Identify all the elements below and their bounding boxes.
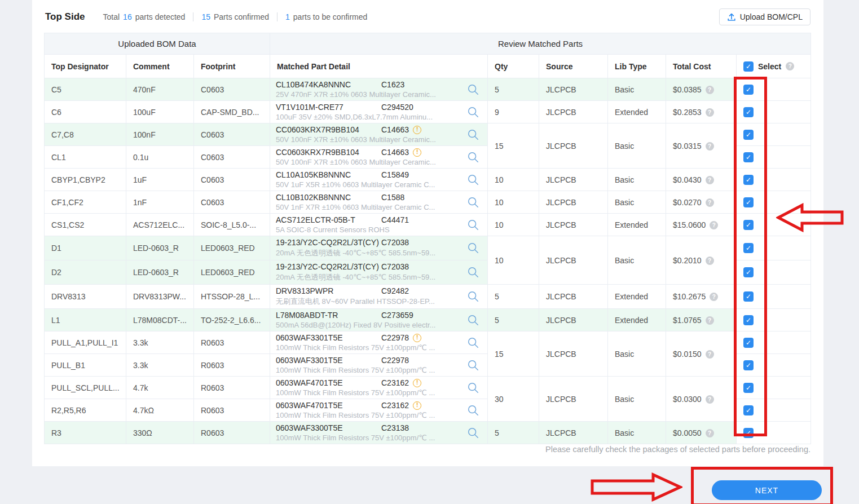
qty: 15 xyxy=(495,350,504,359)
lib-type: Extended xyxy=(615,316,648,325)
bom-table: Uploaded BOM Data Review Matched Parts T… xyxy=(44,33,811,444)
part-description: 5A SOIC-8 Current Sensors ROHS xyxy=(276,226,409,234)
stat-number: 15 xyxy=(201,12,210,21)
part-number: 0603WAF4701T5E xyxy=(276,401,381,410)
part-code: C44471 xyxy=(381,215,409,224)
part-number: CL10B102KB8NNNC xyxy=(276,193,381,202)
upload-icon xyxy=(727,12,736,21)
designator: CF1,CF2 xyxy=(51,198,83,207)
select-all-checkbox[interactable]: ✓ xyxy=(743,61,754,72)
row-select-checkbox[interactable]: ✓ xyxy=(743,197,754,207)
column-header-qty: Qty xyxy=(488,55,539,78)
help-icon: ? xyxy=(706,316,714,325)
comment: 3.3k xyxy=(133,361,148,370)
qty: 5 xyxy=(495,292,499,301)
part-code: C22978 xyxy=(381,356,409,365)
qty: 10 xyxy=(495,256,504,265)
next-button[interactable]: NEXT xyxy=(712,480,822,500)
row-select-checkbox[interactable]: ✓ xyxy=(743,107,754,117)
search-icon[interactable] xyxy=(467,337,479,349)
row-select-checkbox[interactable]: ✓ xyxy=(743,85,754,95)
search-icon[interactable] xyxy=(467,219,479,231)
source: JLCPCB xyxy=(546,350,576,359)
part-code: C23162 xyxy=(381,378,409,387)
search-icon[interactable] xyxy=(467,242,479,254)
part-number: 0603WAF3301T5E xyxy=(276,333,381,342)
row-select-checkbox[interactable]: ✓ xyxy=(743,220,754,230)
stat-parts-detected: Total 16 parts detected xyxy=(103,12,186,21)
designator: C5 xyxy=(51,85,61,94)
search-icon[interactable] xyxy=(467,129,479,141)
designator: L1 xyxy=(51,316,60,325)
designator: CS1,CS2 xyxy=(51,220,84,229)
total-cost: $10.2675 xyxy=(673,292,706,301)
search-icon[interactable] xyxy=(467,266,479,278)
upload-bom-cpl-button[interactable]: Upload BOM/CPL xyxy=(719,8,810,25)
row-select-checkbox[interactable]: ✓ xyxy=(743,315,754,325)
search-icon[interactable] xyxy=(467,290,479,303)
row-select-checkbox[interactable]: ✓ xyxy=(743,428,754,438)
stat-parts-confirmed: 15 Parts confirmed xyxy=(201,12,269,21)
row-select-checkbox[interactable]: ✓ xyxy=(743,338,754,348)
row-select-checkbox[interactable]: ✓ xyxy=(743,383,754,393)
column-header-lib-type: Lib Type xyxy=(608,55,666,78)
row-select-checkbox[interactable]: ✓ xyxy=(743,130,754,140)
part-description: 20mA 无色透明透镜 -40℃~+85℃ 585.5nm~59... xyxy=(276,272,435,282)
table-row: L1L78M08CDT-...TO-252-2_L6.6... L78M08AB… xyxy=(45,309,811,331)
row-select-checkbox[interactable]: ✓ xyxy=(743,152,754,162)
total-cost: $0.0150 xyxy=(673,350,702,359)
warning-icon: ! xyxy=(413,379,421,387)
search-icon[interactable] xyxy=(467,196,479,209)
row-select-checkbox[interactable]: ✓ xyxy=(743,243,754,253)
select-label: Select xyxy=(758,62,781,71)
part-description: 100mW Thick Film Resistors 75V ±100ppm/℃… xyxy=(276,366,435,374)
search-icon[interactable] xyxy=(467,174,479,186)
comment: DRV8313PW... xyxy=(133,292,186,301)
part-description: 25V 470nF X7R ±10% 0603 Multilayer Ceram… xyxy=(276,90,436,99)
stat-label: Parts confirmed xyxy=(214,12,269,21)
comment: LED-0603_R xyxy=(133,244,179,253)
search-icon[interactable] xyxy=(467,314,479,326)
part-code: C22978 xyxy=(381,333,409,342)
lib-type: Basic xyxy=(615,85,634,94)
qty: 10 xyxy=(495,198,504,207)
search-icon[interactable] xyxy=(467,427,479,439)
search-icon[interactable] xyxy=(467,382,479,394)
row-select-checkbox[interactable]: ✓ xyxy=(743,405,754,415)
parts-stats: Total 16 parts detected 15 Parts confirm… xyxy=(103,12,368,21)
footprint: R0603 xyxy=(201,338,224,347)
row-select-checkbox[interactable]: ✓ xyxy=(743,175,754,185)
help-icon: ? xyxy=(706,429,714,437)
help-icon: ? xyxy=(706,108,714,117)
part-number: 19-213/Y2C-CQ2R2L/3T(CY) xyxy=(276,238,381,247)
footprint: TO-252-2_L6.6... xyxy=(201,316,261,325)
row-select-checkbox[interactable]: ✓ xyxy=(743,267,754,277)
footprint: R0603 xyxy=(201,406,224,415)
lib-type: Extended xyxy=(615,220,648,229)
row-select-checkbox[interactable]: ✓ xyxy=(743,360,754,370)
footprint: LED0603_RED xyxy=(201,244,255,253)
help-icon: ? xyxy=(706,176,714,184)
search-icon[interactable] xyxy=(467,359,479,372)
search-icon[interactable] xyxy=(467,151,479,163)
part-number: CC0603KRX7R9BB104 xyxy=(276,125,381,134)
source: JLCPCB xyxy=(546,85,576,94)
upload-button-label: Upload BOM/CPL xyxy=(740,12,803,21)
designator: PULL_B1 xyxy=(51,361,85,370)
search-icon[interactable] xyxy=(467,106,479,118)
source: JLCPCB xyxy=(546,256,576,265)
part-code: C294520 xyxy=(381,103,413,112)
row-select-checkbox[interactable]: ✓ xyxy=(743,291,754,302)
part-description: 100mW Thick Film Resistors 75V ±100ppm/℃… xyxy=(276,411,435,419)
part-code: C1623 xyxy=(381,80,404,89)
search-icon[interactable] xyxy=(467,404,479,417)
part-code: C72038 xyxy=(381,262,409,271)
comment: 0.1u xyxy=(133,153,148,162)
designator: R2,R5,R6 xyxy=(51,406,86,415)
total-cost: $0.2853 xyxy=(673,108,702,117)
part-code: C23162 xyxy=(381,401,409,410)
divider xyxy=(277,12,277,21)
part-number: ACS712ELCTR-05B-T xyxy=(276,215,381,224)
search-icon[interactable] xyxy=(467,83,479,96)
table-row: R3330ΩR0603 0603WAF3300T5E C23138 100mW … xyxy=(45,422,811,444)
